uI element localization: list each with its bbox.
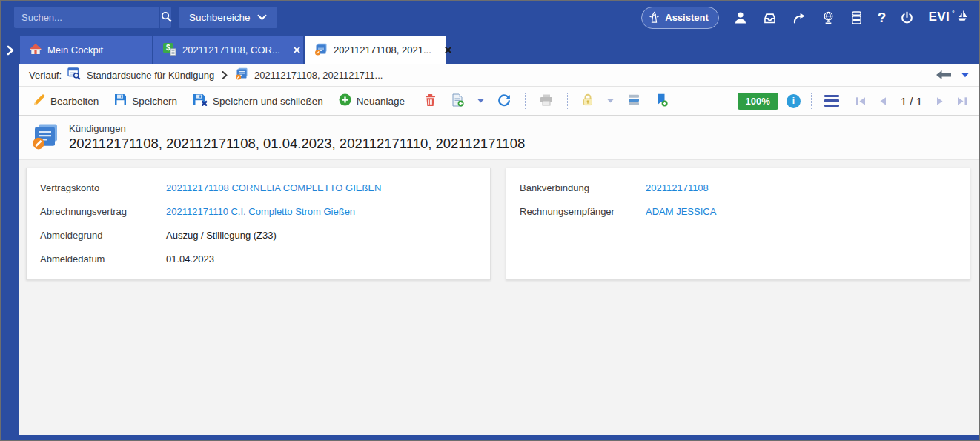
copy-plus-icon: [451, 93, 464, 109]
search-results-icon: [67, 67, 81, 82]
field-row: Vertragskonto 202112171108 CORNELIA COMP…: [40, 182, 477, 206]
search-icon: [160, 10, 173, 25]
field-label: Bankverbindung: [520, 182, 646, 193]
inbox-icon[interactable]: [762, 11, 778, 24]
tab-close-icon[interactable]: [294, 47, 300, 53]
delete-button[interactable]: [421, 90, 440, 112]
assistant-label: Assistent: [665, 12, 709, 23]
bank-details-link[interactable]: 202112171108: [646, 182, 709, 193]
field-row: Abrechnungsvertrag 202112171110 C.I. Com…: [40, 206, 477, 230]
database-icon[interactable]: [850, 10, 864, 25]
deregistration-date-value: 01.04.2023: [166, 253, 214, 265]
breadcrumb-item-search[interactable]: Standardsuche für Kündigung: [87, 70, 214, 81]
lock-dropdown-caret[interactable]: [606, 97, 615, 105]
refresh-button[interactable]: [494, 90, 514, 112]
lighthouse-icon: [649, 10, 660, 25]
save-button[interactable]: Speichern: [110, 90, 181, 111]
search-button[interactable]: [159, 7, 173, 28]
last-record-button[interactable]: [956, 95, 969, 107]
print-button[interactable]: [536, 91, 557, 111]
lock-icon: [582, 93, 594, 108]
field-row: Abmeldedatum 01.04.2023: [40, 253, 477, 277]
topbar: Suchbereiche Assistent: [1, 1, 979, 34]
record-category: Kündigungen: [69, 123, 525, 134]
sidebar-expand-chevron[interactable]: [1, 37, 20, 64]
app-window: Suchbereiche Assistent: [0, 0, 980, 441]
toolbar-separator: [811, 93, 812, 109]
breadcrumb: Verlauf: Standardsuche für Kündigung 202…: [19, 64, 979, 87]
field-label: Abmeldegrund: [40, 230, 166, 241]
tab-mein-cockpit[interactable]: Mein Cockpit: [20, 36, 152, 64]
main-area: Verlauf: Standardsuche für Kündigung 202…: [19, 64, 979, 435]
redo-icon[interactable]: [792, 11, 807, 24]
stack-button[interactable]: [623, 91, 644, 111]
user-icon[interactable]: [733, 10, 748, 25]
previous-record-button[interactable]: [877, 95, 888, 107]
termination-document-icon-large: [31, 123, 59, 153]
field-row: Abmeldegrund Auszug / Stilllegung (Z33): [40, 230, 477, 253]
deregistration-reason-value: Auszug / Stilllegung (Z33): [166, 230, 277, 241]
field-label: Rechnungsempfänger: [520, 206, 646, 217]
evi-logo: EVI°: [928, 10, 967, 26]
termination-document-icon: [235, 67, 248, 82]
svg-text:$: $: [166, 44, 170, 52]
first-record-button[interactable]: [854, 95, 867, 107]
tab-contract-account[interactable]: $ 202112171108, COR...: [153, 36, 303, 64]
history-back-button[interactable]: [936, 70, 951, 79]
history-dropdown-caret[interactable]: [961, 73, 969, 78]
field-label: Abmeldedatum: [40, 253, 166, 265]
field-label: Abrechnungsvertrag: [40, 206, 166, 217]
termination-document-icon: [314, 43, 328, 58]
search-areas-button[interactable]: Suchbereiche: [179, 7, 277, 28]
info-icon[interactable]: i: [787, 94, 801, 108]
tab-label: 202112171108, COR...: [182, 44, 280, 56]
tab-termination[interactable]: 202112171108, 2021...: [305, 36, 446, 64]
assistant-button[interactable]: Assistent: [641, 7, 719, 29]
plus-circle-icon: [339, 93, 351, 108]
bottom-edge-strip: [1, 435, 979, 440]
brand-text: EVI: [928, 10, 950, 24]
help-icon[interactable]: ?: [878, 10, 887, 26]
page-title: 202112171108, 202112171108, 01.04.2023, …: [69, 136, 525, 152]
chevron-down-icon: [257, 12, 267, 23]
left-edge-strip: [1, 64, 19, 435]
next-record-button[interactable]: [935, 95, 946, 107]
billing-contract-link[interactable]: 202112171110 C.I. Completto Strom Gießen: [166, 206, 355, 217]
globe-icon[interactable]: [821, 10, 835, 25]
content-area: Vertragskonto 202112171108 CORNELIA COMP…: [19, 160, 979, 435]
power-icon[interactable]: [900, 10, 914, 25]
chevron-right-icon: [222, 71, 228, 79]
copy-button[interactable]: [448, 90, 468, 112]
invoice-recipient-link[interactable]: ADAM JESSICA: [646, 206, 716, 217]
lock-button[interactable]: [578, 90, 597, 111]
record-pager: 1 / 1: [854, 95, 969, 107]
search-box[interactable]: [14, 7, 171, 28]
tab-close-icon[interactable]: [445, 47, 451, 53]
hamburger-menu-button[interactable]: [822, 93, 841, 110]
search-input[interactable]: [14, 7, 159, 28]
topbar-actions: Assistent ? EVI°: [641, 7, 967, 29]
printer-icon: [540, 94, 553, 108]
dollar-document-icon: $: [163, 43, 176, 58]
contract-account-link[interactable]: 202112171108 CORNELIA COMPLETTO GIEßEN: [166, 182, 381, 193]
page-indicator: 1 / 1: [901, 95, 922, 107]
trash-icon: [425, 93, 436, 109]
toolbar-separator: [525, 93, 526, 109]
pencil-icon: [33, 93, 45, 108]
billing-details-panel: Bankverbindung 202112171108 Rechnungsemp…: [506, 168, 970, 280]
copy-dropdown-caret[interactable]: [476, 97, 486, 105]
bookmark-add-button[interactable]: [652, 90, 672, 112]
stack-icon: [627, 94, 640, 108]
termination-details-panel: Vertragskonto 202112171108 CORNELIA COMP…: [26, 168, 491, 280]
edit-button[interactable]: Bearbeiten: [29, 90, 102, 111]
new-record-button[interactable]: Neuanlage: [335, 90, 408, 111]
breadcrumb-prefix: Verlauf:: [29, 70, 62, 81]
tab-bar: Mein Cockpit $ 202112171108, COR... 2021…: [1, 34, 979, 64]
bookmark-plus-icon: [656, 93, 668, 109]
save-and-close-button[interactable]: Speichern und schließen: [189, 90, 327, 111]
completeness-badge: 100%: [738, 93, 778, 110]
field-row: Rechnungsempfänger ADAM JESSICA: [520, 206, 956, 230]
field-row: Bankverbindung 202112171108: [520, 182, 956, 206]
refresh-icon: [497, 93, 511, 109]
record-header: Kündigungen 202112171108, 202112171108, …: [19, 116, 979, 160]
